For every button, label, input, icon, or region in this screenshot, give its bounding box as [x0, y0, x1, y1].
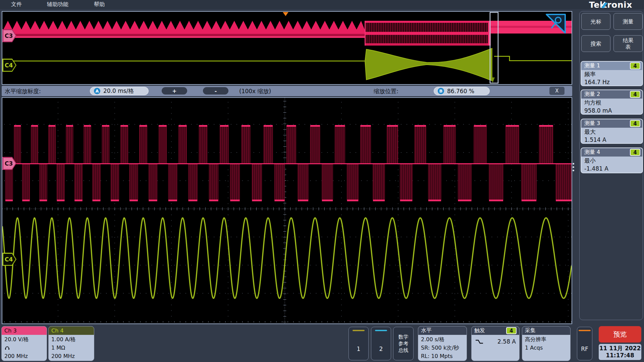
measurement-name: 频率 [581, 70, 642, 78]
c4-sine-trace [2, 218, 572, 298]
ch3-header: Ch 3 [2, 326, 47, 335]
waveview-1-button[interactable]: 1 [348, 327, 369, 360]
measurement-title: 测量 2 [584, 91, 600, 98]
trigger-position-icon[interactable] [283, 12, 288, 16]
measurement-name: 均方根 [581, 99, 642, 107]
rf-color-icon [579, 330, 591, 331]
overview-ch4-flag[interactable]: C4 [2, 59, 16, 72]
menu-file[interactable]: 文件 [11, 1, 22, 8]
source-channel-badge: 4 [630, 120, 640, 127]
acquisition-header: 采集 [522, 326, 570, 335]
zoom-out-button[interactable]: - [203, 87, 228, 95]
zoom-ch4-flag[interactable]: C4 [2, 253, 16, 266]
horizontal-badge[interactable]: 水平 2.00 s/格 SR: 500 k次/秒 RL: 10 Mpts [418, 326, 467, 361]
measurement-value: -1.481 A [581, 165, 642, 173]
zoom-scale-knob[interactable]: A 20.0 ms/格 [90, 87, 149, 95]
acquisition-count: 1 Acqs [525, 344, 568, 352]
measurement-card-2[interactable]: 测量 24 均方根 958.0 mA [581, 89, 643, 115]
preview-button[interactable]: 预览 [599, 326, 641, 343]
waveform-region: 水平缩放标度: A 20.0 ms/格 + - (100x 缩放) 缩放位置: … [2, 11, 572, 324]
tektronix-logo: Tektronix [589, 0, 632, 10]
source-channel-badge: 4 [630, 149, 640, 156]
zoom-position-knob[interactable]: B 86.760 % [434, 87, 490, 95]
rf-button[interactable]: RF [577, 327, 592, 360]
ch4-bandwidth: 200 MHz [51, 352, 91, 360]
datetime-display: 11 11月 2022 11:17:48 [599, 344, 641, 360]
measurement-card-4[interactable]: 测量 44 最小 -1.481 A [581, 147, 643, 173]
time-text: 11:17:48 [599, 352, 641, 359]
oscilloscope-screen: { "menu": { "items": ["文件", "辅助功能", "帮助"… [0, 0, 644, 362]
zoom-close-button[interactable]: X [549, 87, 565, 95]
zoom-position-label: 缩放位置: [374, 87, 398, 95]
results-table-button[interactable]: 结果表 [613, 35, 643, 52]
overview-c3-trace [3, 21, 572, 46]
knob-a-icon: A [94, 88, 100, 94]
overview-waveform-panel[interactable] [2, 11, 572, 85]
overview-ch3-flag[interactable]: C3 [2, 29, 16, 42]
overview-c4-trace [3, 48, 572, 83]
source-channel-badge: 4 [630, 91, 640, 98]
measurement-card-3[interactable]: 测量 34 最大 1.514 A [581, 119, 643, 144]
acquisition-mode: 高分辨率 [525, 335, 568, 344]
zoom-in-button[interactable]: + [162, 87, 187, 95]
zoom-ch3-flag[interactable]: C3 [2, 157, 16, 170]
measurement-value: 958.0 mA [581, 107, 642, 115]
source-channel-badge: 4 [630, 62, 640, 69]
measurement-title: 测量 4 [584, 149, 600, 156]
menu-help[interactable]: 帮助 [94, 1, 105, 8]
measurement-name: 最大 [581, 128, 642, 136]
zoom-factor-label: (100x 缩放) [239, 87, 271, 95]
trigger-header: 触发 [474, 327, 485, 334]
zoom-position-value: 86.760 % [447, 88, 474, 95]
ch4-header: Ch 4 [49, 326, 94, 335]
ch3-scale: 20.0 V/格 [4, 335, 44, 344]
knob-b-icon: B [438, 88, 444, 94]
acquisition-badge[interactable]: 采集 高分辨率 1 Acqs [522, 326, 571, 361]
zoom-waveform-panel[interactable] [2, 97, 572, 324]
measure-button[interactable]: 测量 [613, 13, 643, 30]
horizontal-header: 水平 [418, 326, 467, 335]
ch3-badge[interactable]: Ch 3 20.0 V/格 200 MHz [1, 326, 47, 361]
measurement-value: 164.7 Hz [581, 78, 642, 86]
ch4-impedance: 1 MΩ [51, 344, 91, 352]
horizontal-zoom-toolbar: 水平缩放标度: A 20.0 ms/格 + - (100x 缩放) 缩放位置: … [2, 86, 572, 96]
measurement-title: 测量 1 [584, 62, 600, 69]
search-button[interactable]: 搜索 [581, 35, 610, 52]
measurement-title: 测量 3 [584, 120, 600, 127]
zoom-waveform-svg [2, 98, 572, 323]
trigger-source-badge: 4 [506, 327, 517, 334]
waveview-2-color-icon [375, 330, 387, 331]
panel-drag-handle[interactable] [573, 163, 575, 173]
ch3-bandwidth: 200 MHz [4, 352, 44, 360]
menu-utility[interactable]: 辅助功能 [47, 1, 68, 8]
record-length: RL: 10 Mpts [421, 352, 464, 360]
status-bar: Ch 3 20.0 V/格 200 MHz Ch 4 1.00 A/格 1 MΩ… [0, 325, 644, 362]
ch3-coupling [4, 344, 44, 352]
overview-waveform-svg [2, 12, 572, 84]
trigger-badge[interactable]: 触发 4 2.58 A [471, 326, 520, 361]
cursors-button[interactable]: 光标 [581, 13, 610, 30]
menu-bar: 文件 辅助功能 帮助 Tektronix [0, 0, 644, 9]
waveview-1-color-icon [353, 330, 365, 331]
sample-rate: SR: 500 k次/秒 [421, 344, 464, 352]
c3-pwm-trace [2, 125, 572, 201]
trigger-level: 2.58 A [497, 338, 516, 345]
falling-edge-icon [475, 339, 484, 345]
ch4-scale: 1.00 A/格 [51, 335, 91, 344]
probe-icon [4, 345, 10, 350]
measurement-name: 最小 [581, 157, 642, 165]
zoom-scale-label: 水平缩放标度: [5, 87, 41, 95]
zoom-scale-value: 20.0 ms/格 [103, 87, 134, 95]
horizontal-scale: 2.00 s/格 [421, 335, 464, 344]
math-ref-bus-button[interactable]: 数学 参考 总线 [393, 327, 414, 360]
measurement-value: 1.514 A [581, 136, 642, 144]
date-text: 11 11月 2022 [599, 345, 641, 352]
measurement-card-1[interactable]: 测量 14 频率 164.7 Hz [581, 61, 643, 86]
waveview-2-button[interactable]: 2 [371, 327, 391, 360]
ch4-badge[interactable]: Ch 4 1.00 A/格 1 MΩ 200 MHz [48, 326, 94, 361]
